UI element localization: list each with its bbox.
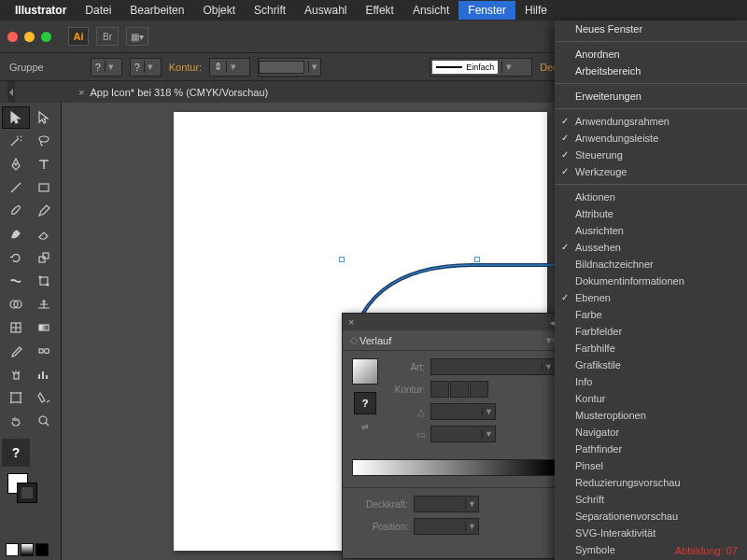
- fill-dropdown[interactable]: ?▾: [91, 58, 122, 77]
- eraser-tool[interactable]: [30, 223, 58, 245]
- menu-item-navigator[interactable]: Navigator: [555, 424, 747, 441]
- menu-bearbeiten[interactable]: Bearbeiten: [120, 1, 193, 20]
- document-tab[interactable]: × App Icon* bei 318 % (CMYK/Vorschau): [71, 81, 275, 103]
- menu-item-dokumentinformationen[interactable]: Dokumentinformationen: [555, 273, 747, 289]
- pencil-tool[interactable]: [30, 200, 58, 222]
- brush-dropdown[interactable]: Einfach▾: [430, 58, 532, 77]
- toolbox-collapse-toggle[interactable]: [7, 81, 15, 103]
- menu-item-info[interactable]: Info: [555, 373, 747, 390]
- paintbrush-tool[interactable]: [2, 200, 30, 222]
- close-button[interactable]: [7, 32, 18, 42]
- width-tool[interactable]: [2, 270, 30, 292]
- panel-close-icon[interactable]: ×: [348, 316, 354, 328]
- stroke-dropdown[interactable]: ?▾: [130, 58, 162, 77]
- type-tool[interactable]: [30, 153, 58, 175]
- menu-schrift[interactable]: Schrift: [245, 1, 295, 20]
- fill-stroke-unknown[interactable]: ?: [2, 439, 30, 467]
- gradient-tool[interactable]: [30, 316, 58, 339]
- panel-tab[interactable]: ◇Verlauf ▾≡: [343, 330, 565, 351]
- menu-item-schrift[interactable]: Schrift: [555, 491, 747, 508]
- gradient-panel[interactable]: × ◂◂ ◇Verlauf ▾≡ ? ⇄ Art: ▼: [342, 313, 566, 559]
- fill-stroke-swatch[interactable]: [2, 473, 59, 506]
- stroke-color-icon[interactable]: [17, 483, 37, 503]
- menu-objekt[interactable]: Objekt: [193, 1, 245, 20]
- menu-auswahl[interactable]: Auswahl: [295, 1, 356, 20]
- line-tool[interactable]: [2, 176, 30, 199]
- stroke-grad-along-icon[interactable]: [450, 381, 469, 398]
- stroke-grad-within-icon[interactable]: [430, 381, 449, 398]
- menu-hilfe[interactable]: Hilfe: [515, 1, 557, 20]
- menu-item-farbfelder[interactable]: Farbfelder: [555, 323, 747, 340]
- opacity-field[interactable]: ▼: [414, 496, 479, 512]
- menu-item-anwendungsleiste[interactable]: ✓Anwendungsleiste: [555, 130, 747, 147]
- menu-item-farbe[interactable]: Farbe: [555, 306, 747, 323]
- resize-handle-icon[interactable]: [339, 257, 345, 262]
- menu-item-attribute[interactable]: Attribute: [555, 205, 747, 222]
- rectangle-tool[interactable]: [30, 176, 58, 199]
- menu-item-pinsel[interactable]: Pinsel: [555, 457, 747, 474]
- eyedropper-tool[interactable]: [2, 340, 30, 362]
- arrange-docs-icon[interactable]: ▦▾: [126, 27, 148, 46]
- menu-item-pathfinder[interactable]: Pathfinder: [555, 441, 747, 457]
- aspect-field[interactable]: ▼: [430, 426, 496, 442]
- color-mode-icon[interactable]: [6, 543, 19, 556]
- menu-item-reduzierungsvorschau[interactable]: Reduzierungsvorschau: [555, 474, 747, 491]
- menu-item-neues-fenster[interactable]: Neues Fenster: [555, 21, 747, 37]
- perspective-grid-tool[interactable]: [30, 293, 58, 315]
- bridge-icon[interactable]: Br: [96, 27, 119, 46]
- pen-tool[interactable]: [2, 153, 30, 175]
- close-tab-icon[interactable]: ×: [78, 87, 84, 98]
- kontur-label[interactable]: Kontur:: [169, 62, 202, 73]
- menu-item-arbeitsbereich[interactable]: Arbeitsbereich: [555, 63, 747, 79]
- menu-item-anwendungsrahmen[interactable]: ✓Anwendungsrahmen: [555, 113, 747, 130]
- column-graph-tool[interactable]: [30, 363, 58, 385]
- gradient-swatch[interactable]: [352, 358, 378, 385]
- lasso-tool[interactable]: [30, 130, 58, 152]
- reverse-gradient-icon[interactable]: ⇄: [361, 422, 369, 431]
- selection-tool[interactable]: [2, 106, 30, 129]
- menu-ansicht[interactable]: Ansicht: [403, 1, 458, 20]
- ai-home-icon[interactable]: Ai: [68, 27, 89, 46]
- menu-item-musteroptionen[interactable]: Musteroptionen: [555, 407, 747, 424]
- menu-item-aussehen[interactable]: ✓Aussehen: [555, 239, 747, 256]
- blend-tool[interactable]: [30, 340, 58, 362]
- menu-item-aktionen[interactable]: Aktionen: [555, 189, 747, 205]
- menu-item-bildnachzeichner[interactable]: Bildnachzeichner: [555, 256, 747, 273]
- menu-datei[interactable]: Datei: [76, 1, 120, 20]
- rotate-tool[interactable]: [2, 246, 30, 269]
- gradient-type-dropdown[interactable]: ▼: [430, 358, 556, 375]
- menu-item-anordnen[interactable]: Anordnen: [555, 46, 747, 63]
- stroke-profile-dropdown[interactable]: ▾: [258, 58, 321, 77]
- artboard-tool[interactable]: [2, 386, 30, 409]
- gradient-mode-icon[interactable]: [21, 543, 34, 556]
- mesh-tool[interactable]: [2, 316, 30, 339]
- panel-header[interactable]: × ◂◂: [343, 314, 565, 330]
- gradient-type-unknown[interactable]: ?: [354, 392, 376, 414]
- stroke-grad-across-icon[interactable]: [470, 381, 488, 398]
- minimize-button[interactable]: [24, 32, 35, 42]
- gradient-slider[interactable]: 🗑: [352, 459, 556, 476]
- menu-item-kontur[interactable]: Kontur: [555, 390, 747, 407]
- magic-wand-tool[interactable]: [2, 130, 30, 152]
- menu-item-grafikstile[interactable]: Grafikstile: [555, 357, 747, 373]
- none-mode-icon[interactable]: [35, 543, 49, 556]
- direct-selection-tool[interactable]: [30, 106, 58, 129]
- hand-tool[interactable]: [2, 410, 30, 432]
- app-name[interactable]: Illustrator: [15, 4, 66, 17]
- angle-field[interactable]: ▼: [430, 403, 496, 420]
- menu-effekt[interactable]: Effekt: [356, 1, 402, 20]
- menu-item-svg-interaktivit-t[interactable]: SVG-Interaktivität: [555, 525, 747, 541]
- scale-tool[interactable]: [30, 246, 58, 269]
- menu-item-erweiterungen[interactable]: Erweiterungen: [555, 88, 747, 105]
- slice-tool[interactable]: [30, 386, 58, 409]
- menu-item-steuerung[interactable]: ✓Steuerung: [555, 147, 747, 163]
- stroke-weight-field[interactable]: ⇕▾: [209, 58, 250, 77]
- blob-brush-tool[interactable]: [2, 223, 30, 245]
- menu-item-ausrichten[interactable]: Ausrichten: [555, 222, 747, 239]
- maximize-button[interactable]: [41, 32, 51, 42]
- free-transform-tool[interactable]: [30, 270, 58, 292]
- menu-item-werkzeuge[interactable]: ✓Werkzeuge: [555, 163, 747, 180]
- menu-item-farbhilfe[interactable]: Farbhilfe: [555, 340, 747, 357]
- menu-item-separationenvorschau[interactable]: Separationenvorschau: [555, 508, 747, 525]
- position-field[interactable]: ▼: [414, 518, 479, 535]
